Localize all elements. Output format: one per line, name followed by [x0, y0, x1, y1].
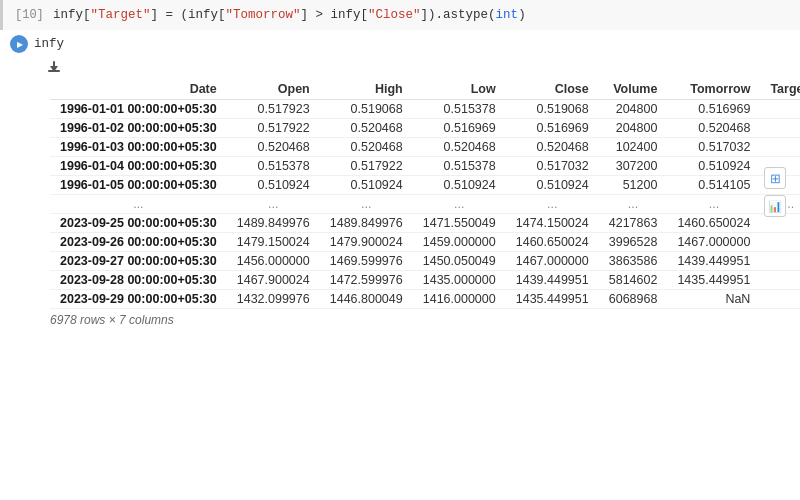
table-row: 1996-01-05 00:00:00+05:300.5109240.51092…	[50, 176, 800, 195]
col-low: Low	[413, 79, 506, 100]
table-row: 1996-01-03 00:00:00+05:300.5204680.52046…	[50, 138, 800, 157]
col-tomorrow: Tomorrow	[667, 79, 760, 100]
table-row: 1996-01-01 00:00:00+05:300.5179230.51906…	[50, 100, 800, 119]
table-row: 1996-01-04 00:00:00+05:300.5153780.51792…	[50, 157, 800, 176]
table-row: ........................	[50, 195, 800, 214]
code-cell: [10] infy["Target"] = (infy["Tomorrow"] …	[0, 0, 800, 30]
col-target: Target	[760, 79, 800, 100]
col-high: High	[320, 79, 413, 100]
col-close: Close	[506, 79, 599, 100]
data-table: Date Open High Low Close Volume Tomorrow…	[50, 79, 800, 309]
cell-number: [10]	[15, 8, 45, 22]
col-volume: Volume	[599, 79, 668, 100]
col-date: Date	[50, 79, 227, 100]
table-row: 2023-09-25 00:00:00+05:301489.8499761489…	[50, 214, 800, 233]
table-row: 2023-09-27 00:00:00+05:301456.0000001469…	[50, 252, 800, 271]
code-var: infy[	[53, 8, 91, 22]
export-icon[interactable]	[44, 57, 64, 77]
chart-view-icon[interactable]: 📊	[764, 195, 786, 217]
output-variable: infy	[34, 37, 64, 51]
data-table-wrapper: Date Open High Low Close Volume Tomorrow…	[0, 79, 800, 309]
table-row: 1996-01-02 00:00:00+05:300.5179220.52046…	[50, 119, 800, 138]
run-button[interactable]	[10, 35, 28, 53]
table-row: 2023-09-28 00:00:00+05:301467.9000241472…	[50, 271, 800, 290]
col-open: Open	[227, 79, 320, 100]
table-icons: ⊞ 📊	[764, 167, 786, 217]
table-header-row: Date Open High Low Close Volume Tomorrow…	[50, 79, 800, 100]
table-view-icon[interactable]: ⊞	[764, 167, 786, 189]
table-row: 2023-09-29 00:00:00+05:301432.0999761446…	[50, 290, 800, 309]
code-content: infy["Target"] = (infy["Tomorrow"] > inf…	[53, 8, 526, 22]
table-footer: 6978 rows × 7 columns	[0, 309, 800, 331]
table-row: 2023-09-26 00:00:00+05:301479.1500241479…	[50, 233, 800, 252]
